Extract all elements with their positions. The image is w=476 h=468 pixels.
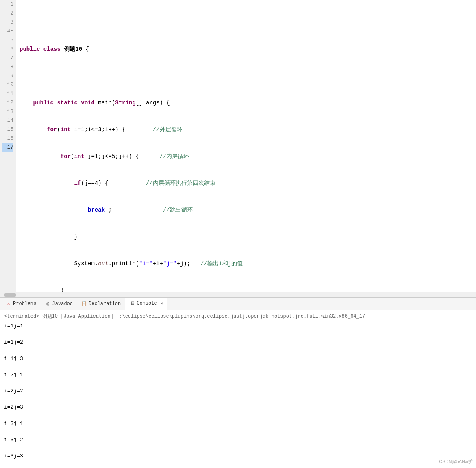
line-num-12: 12 (2, 98, 13, 107)
console-output-line-7: i=3j=1 (4, 420, 472, 428)
line-num-17: 17 (2, 143, 13, 152)
line-num-8: 8 (2, 63, 13, 72)
line-num-7: 7 (2, 54, 13, 63)
scrollbar-thumb[interactable] (4, 293, 16, 297)
line-num-5: 5 (2, 36, 13, 45)
tab-console[interactable]: 🖥 Console ✕ (125, 298, 167, 310)
code-line-11: } (20, 286, 473, 292)
tab-javadoc[interactable]: @ Javadoc (41, 298, 77, 310)
line-num-6: 6 (2, 45, 13, 54)
console-output-line-5: i=2j=2 (4, 387, 472, 395)
code-line-7: if(j==4) { //内层循环执行第四次结束 (20, 179, 473, 188)
line-num-3: 3 (2, 18, 13, 27)
console-output-line-6: i=2j=3 (4, 403, 472, 412)
line-num-14: 14 (2, 116, 13, 125)
declaration-icon: 📋 (81, 301, 87, 307)
tab-javadoc-label: Javadoc (52, 301, 73, 307)
code-line-5: for(int i=1;i<=3;i++) { //外层循环 (20, 125, 473, 134)
line-num-11: 11 (2, 89, 13, 98)
code-line-8: break ; //跳出循环 (20, 206, 473, 214)
console-terminated-text: <terminated> 例题10 [Java Application] F:\… (4, 312, 472, 321)
line-num-15: 15 (2, 125, 13, 134)
console-output-line-9: i=3j=3 (4, 452, 472, 460)
line-num-1: 1 (2, 0, 13, 9)
console-output-line-8: i=3j=2 (4, 436, 472, 444)
tab-declaration[interactable]: 📋 Declaration (77, 298, 125, 310)
code-line-1 (20, 18, 473, 27)
code-line-6: for(int j=1;j<=5;j++) { //内层循环 (20, 152, 473, 161)
tab-declaration-label: Declaration (89, 301, 121, 307)
code-line-3 (20, 72, 473, 80)
console-output-line-1: i=1j=1 (4, 322, 472, 330)
line-num-13: 13 (2, 107, 13, 116)
code-editor[interactable]: public class 例题10 { public static void m… (16, 0, 476, 292)
watermark: CSDN@5ANxi扩 (439, 459, 473, 465)
javadoc-icon: @ (45, 301, 51, 307)
line-numbers: 1 2 3 4• 5 6 7 8 9 10 11 12 13 14 15 16 … (0, 0, 16, 292)
tab-problems-label: Problems (13, 301, 37, 307)
code-line-4: public static void main(String[] args) { (20, 98, 473, 107)
console-output-line-2: i=1j=2 (4, 338, 472, 347)
line-num-9: 9 (2, 72, 13, 80)
line-num-2: 2 (2, 9, 13, 18)
code-line-2: public class 例题10 { (20, 45, 473, 54)
problems-icon: ⚠ (6, 301, 11, 307)
line-num-16: 16 (2, 134, 13, 143)
console-output: <terminated> 例题10 [Java Application] F:\… (0, 310, 476, 468)
line-num-4: 4• (2, 27, 13, 36)
console-output-line-3: i=1j=3 (4, 355, 472, 363)
console-icon: 🖥 (129, 301, 135, 306)
bottom-panel: ⚠ Problems @ Javadoc 📋 Declaration 🖥 Con… (0, 297, 476, 468)
console-output-line-4: i=2j=1 (4, 371, 472, 379)
code-line-9: } (20, 232, 473, 241)
editor-area: 1 2 3 4• 5 6 7 8 9 10 11 12 13 14 15 16 … (0, 0, 476, 297)
tab-problems[interactable]: ⚠ Problems (2, 298, 41, 310)
code-line-10: System.out.println("i="+i+"j="+j); //输出i… (20, 259, 473, 268)
line-num-10: 10 (2, 80, 13, 89)
tab-bar: ⚠ Problems @ Javadoc 📋 Declaration 🖥 Con… (0, 298, 476, 310)
horizontal-scrollbar[interactable] (0, 292, 476, 297)
code-container: 1 2 3 4• 5 6 7 8 9 10 11 12 13 14 15 16 … (0, 0, 476, 292)
console-close-button[interactable]: ✕ (161, 301, 163, 306)
tab-console-label: Console (137, 301, 157, 306)
